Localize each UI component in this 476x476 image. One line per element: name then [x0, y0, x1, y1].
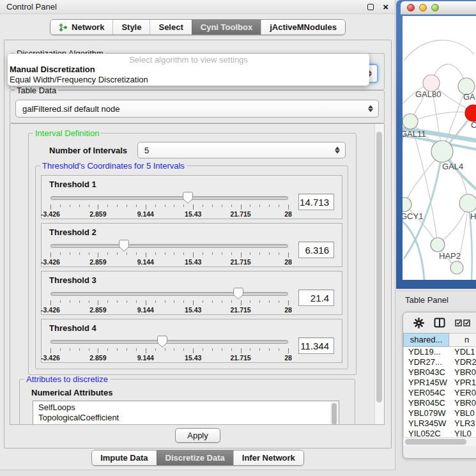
node-label: GAL80 — [415, 89, 441, 99]
table-row[interactable]: YLR345WYLR3 — [404, 418, 476, 429]
node-label: GAL11 — [403, 129, 426, 139]
slider-thumb[interactable] — [119, 240, 129, 254]
table-body: YDL19...YDL1YDR27...YDR2YBR043CYBR0YPR14… — [403, 347, 476, 437]
interval-group-title: Interval Definition — [33, 129, 101, 137]
tab-cyni-toolbox[interactable]: Cyni Toolbox — [192, 20, 261, 35]
threshold-panel: Threshold 1 -3.4262.8599.14415.4321.7152… — [41, 175, 342, 219]
network-node[interactable] — [459, 194, 476, 212]
table-data-combobox[interactable]: galFiltered.sif default node — [15, 100, 379, 118]
dropdown-option-manual[interactable]: Manual Discretization — [8, 65, 369, 75]
slider-track[interactable] — [50, 340, 288, 344]
column-header-shared-name[interactable]: shared... — [403, 333, 449, 347]
table-row[interactable]: YDL19...YDL1 — [404, 347, 476, 357]
zoom-traffic-light-icon[interactable] — [431, 4, 439, 12]
list-item[interactable]: BetweennessCentrality — [38, 423, 330, 424]
numeric-attr-list[interactable]: SelfLoopsTopologicalCoefficientBetweenne… — [33, 401, 339, 424]
cell-shared-name: YBR043C — [404, 367, 450, 378]
threshold-value-field[interactable]: 14.713 — [298, 194, 334, 210]
tab-jactivemnodules[interactable]: jActiveMNodules — [261, 20, 345, 35]
combo-arrows-icon — [335, 147, 340, 154]
network-view-window[interactable]: GAL80GACGAL11GAL4GCY1HHAP2 — [396, 0, 476, 289]
table-row[interactable]: YBR043CYBR0 — [404, 367, 476, 378]
threshold-slider[interactable]: -3.4262.8599.14415.4321.71528 — [50, 287, 288, 314]
slider-tick-labels: -3.4262.8599.14415.4321.71528 — [50, 354, 288, 362]
cell-name: YBL0 — [450, 408, 476, 418]
list-scrollbar[interactable] — [330, 402, 338, 424]
table-data-value: galFiltered.sif default node — [22, 104, 119, 114]
number-of-intervals-row: Number of Intervals 5 — [49, 142, 346, 158]
threshold-slider[interactable]: -3.4262.8599.14415.4321.71528 — [50, 335, 288, 362]
select-columns-icon[interactable] — [455, 319, 470, 326]
algorithm-dropdown-popup: Select algorithm to view settings Manual… — [8, 54, 369, 86]
gear-icon[interactable] — [413, 318, 424, 328]
threshold-slider[interactable]: -3.4262.8599.14415.4321.71528 — [50, 239, 288, 266]
dropdown-option-equal-width[interactable]: Equal Width/Frequency Discretization — [8, 75, 369, 85]
close-traffic-light-icon[interactable] — [407, 4, 415, 12]
table-row[interactable]: YBR045CYBR0 — [404, 398, 476, 408]
minimize-traffic-light-icon[interactable] — [419, 4, 427, 12]
number-of-intervals-combobox[interactable]: 5 — [137, 142, 346, 158]
tab-label: Impute Data — [100, 453, 148, 463]
list-item[interactable]: SelfLoops — [38, 403, 330, 413]
network-canvas[interactable]: GAL80GACGAL11GAL4GCY1HHAP2 — [403, 16, 476, 280]
table-panel-title: Table Panel — [405, 295, 449, 305]
slider-track[interactable] — [50, 292, 288, 296]
close-icon[interactable]: × — [383, 4, 388, 10]
cell-shared-name: YBL079W — [404, 408, 450, 418]
tab-select[interactable]: Select — [150, 20, 191, 35]
column-header-name[interactable]: n — [449, 333, 476, 347]
panel-scrollbar[interactable] — [374, 124, 384, 424]
threshold-value-field[interactable]: 6.316 — [298, 242, 334, 258]
table-row[interactable]: YER054CYER0 — [404, 388, 476, 398]
node-label: GCY1 — [403, 211, 423, 221]
scrollbar-thumb[interactable] — [376, 132, 382, 403]
table-row[interactable]: YDR27...YDR2 — [404, 357, 476, 367]
table-hscrollbar[interactable] — [403, 437, 476, 446]
slider-ticks — [50, 300, 288, 306]
interval-definition-group: Interval Definition Number of Intervals … — [28, 133, 357, 375]
tab-label: Network — [72, 22, 104, 32]
apply-button[interactable]: Apply — [175, 428, 220, 443]
settings-scrollpane: Interval Definition Number of Intervals … — [10, 123, 385, 425]
network-node[interactable] — [403, 197, 411, 211]
slider-thumb[interactable] — [183, 192, 193, 206]
tab-impute-data[interactable]: Impute Data — [92, 450, 156, 465]
top-tab-row: Network Style Select Cyni Toolbox jActiv… — [0, 19, 395, 35]
slider-thumb[interactable] — [233, 288, 243, 302]
tab-network[interactable]: Network — [50, 20, 112, 35]
slider-thumb[interactable] — [157, 335, 167, 349]
tab-discretize-data[interactable]: Discretize Data — [157, 450, 233, 465]
float-icon[interactable] — [367, 4, 374, 10]
cell-shared-name: YIL052C — [404, 429, 450, 437]
slider-track[interactable] — [50, 244, 288, 248]
combo-arrows-icon — [368, 105, 373, 112]
algorithm-placeholder: Select algorithm to view settings — [8, 55, 369, 65]
threshold-slider[interactable]: -3.4262.8599.14415.4321.71528 — [50, 191, 288, 218]
network-node[interactable] — [431, 141, 453, 162]
split-columns-icon[interactable] — [434, 318, 445, 328]
cell-name: YER0 — [450, 388, 476, 398]
settings-content: Interval Definition Number of Intervals … — [10, 124, 374, 424]
threshold-value-field[interactable]: 11.344 — [298, 337, 334, 354]
tab-label: Style — [121, 22, 141, 32]
threshold-value-field[interactable]: 21.4 — [298, 289, 334, 306]
list-item[interactable]: TopologicalCoefficient — [38, 413, 330, 423]
threshold-label: Threshold 4 — [49, 323, 335, 333]
table-row[interactable]: YIL052CYIL0 — [404, 429, 476, 437]
tab-infer-network[interactable]: Infer Network — [233, 450, 303, 465]
tab-label: Select — [158, 22, 183, 32]
network-node[interactable] — [403, 114, 418, 129]
thresholds-group-title: Threshold's Coordinates for 5 Intervals — [40, 162, 187, 170]
threshold-label: Threshold 2 — [49, 227, 335, 237]
scrollbar-thumb[interactable] — [405, 439, 466, 445]
slider-track[interactable] — [50, 196, 288, 200]
panel-title: Control Panel — [6, 2, 367, 12]
table-row[interactable]: YPR145WYPR1 — [404, 378, 476, 388]
tab-label: Cyni Toolbox — [201, 22, 252, 32]
network-node[interactable] — [450, 261, 463, 274]
tab-label: Discretize Data — [165, 453, 225, 463]
tab-style[interactable]: Style — [112, 20, 150, 35]
network-node[interactable] — [431, 238, 445, 252]
table-row[interactable]: YBL079WYBL0 — [404, 408, 476, 418]
network-node[interactable] — [465, 105, 476, 121]
